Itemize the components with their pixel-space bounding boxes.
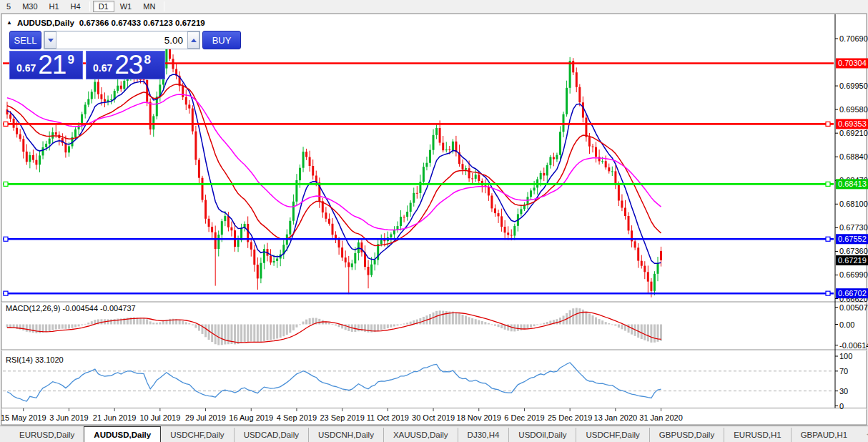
ask-big-digits: 23: [114, 51, 142, 79]
rsi-tick-label: 0: [839, 402, 844, 411]
toolbar-separator: [164, 1, 164, 11]
triangle-up-icon: [191, 39, 197, 42]
date-label: 23 Sep 2019: [320, 413, 364, 422]
timeframe-toolbar: 5M30H1H4D1W1MN: [0, 0, 868, 13]
price-tick-label: 0.70690: [839, 34, 868, 43]
date-label: 30 Oct 2019: [412, 413, 455, 422]
date-label: 29 Jul 2019: [185, 413, 226, 422]
macd-indicator-label: MACD(12,26,9) -0.004544 -0.004737: [6, 304, 136, 313]
chart-tab-gbpusd-daily[interactable]: GBPUSD,Daily: [649, 428, 724, 442]
date-label: 11 Oct 2019: [367, 413, 409, 422]
rsi-indicator-label: RSI(14) 33.1020: [6, 355, 64, 364]
tab-scroll-arrows: ◄ ►: [857, 426, 868, 442]
chart-title: ▲ AUDUSD,Daily 0.67366 0.67433 0.67123 0…: [6, 19, 205, 27]
bid-pip-digit: 9: [67, 53, 74, 67]
one-click-trading-panel: SELL BUY 0.67 21 9 0.67 23 8: [9, 31, 165, 79]
price-tick-label: 0.69210: [839, 129, 868, 137]
rsi-tick-label: 100: [839, 352, 852, 360]
timeframe-button-h4[interactable]: H4: [65, 1, 87, 12]
sell-button[interactable]: SELL: [9, 31, 41, 49]
macd-tick-label: -0.006148: [839, 341, 868, 350]
timeframe-button-w1[interactable]: W1: [114, 1, 138, 12]
price-tick-label: 0.69950: [839, 82, 868, 90]
price-tick-label: 0.68100: [839, 200, 868, 208]
level-handle: [4, 182, 8, 186]
level-handle: [826, 237, 830, 241]
level-handle: [826, 291, 830, 295]
price-badge-label: 0.70304: [838, 59, 867, 67]
price-tick-label: 0.67360: [839, 247, 868, 255]
date-label: 16 Aug 2019: [229, 413, 273, 422]
bid-big-digits: 21: [38, 51, 66, 79]
chart-tab-gbpaud-h1[interactable]: GBPAUD,H1: [791, 428, 857, 442]
price-badge-label: 0.66702: [838, 289, 867, 298]
timeframe-buttons: 5M30H1H4D1W1MN: [1, 1, 167, 12]
chart-tab-usdchf-daily[interactable]: USDCHF,Daily: [161, 428, 233, 442]
chart-tab-usdcnh-daily[interactable]: USDCNH,Daily: [308, 428, 383, 442]
symbol-label: AUDUSD,Daily: [17, 19, 74, 27]
date-label: 13 Jan 2020: [594, 413, 638, 422]
collapse-triangle-icon[interactable]: ▲: [6, 20, 12, 26]
chart-tab-usdchf-daily[interactable]: USDCHF,Daily: [576, 428, 648, 442]
date-label: 31 Jan 2020: [639, 413, 683, 422]
timeframe-button-h1[interactable]: H1: [44, 1, 65, 12]
level-handle: [4, 291, 8, 295]
ask-prefix: 0.67: [93, 62, 112, 74]
date-label: 10 Jul 2019: [139, 413, 180, 422]
level-handle: [4, 122, 8, 126]
mt4-terminal: 0.706900.699500.695800.692100.688400.684…: [0, 0, 868, 442]
ohlc-values: 0.67366 0.67433 0.67123 0.67219: [79, 19, 205, 27]
level-handle: [826, 182, 830, 186]
volume-increase-button[interactable]: [187, 31, 199, 49]
triangle-down-icon: [48, 39, 54, 42]
date-label: 4 Sep 2019: [277, 413, 317, 422]
chart-tab-audusd-daily[interactable]: AUDUSD,Daily: [84, 426, 161, 442]
date-label: 18 Nov 2019: [457, 413, 501, 422]
volume-spinner: [44, 31, 200, 49]
price-badge-label: 0.69353: [838, 119, 867, 128]
date-label: 15 May 2019: [1, 413, 46, 422]
bid-price-box[interactable]: 0.67 21 9: [9, 51, 83, 79]
price-tick-label: 0.66990: [839, 270, 868, 279]
chart-tab-bar: EURUSD,DailyAUDUSD,DailyUSDCHF,DailyUSDC…: [0, 426, 868, 442]
toolbar-separator: [89, 1, 90, 11]
volume-decrease-button[interactable]: [44, 31, 56, 49]
chart-tab-usdoil-daily[interactable]: USDOil,Daily: [508, 428, 576, 442]
tab-scroll-left-icon[interactable]: ◄: [865, 431, 868, 438]
price-badge-label: 0.68413: [838, 180, 867, 188]
ask-pip-digit: 8: [144, 53, 150, 67]
timeframe-button-d1[interactable]: D1: [93, 1, 114, 12]
price-tick-label: 0.68840: [839, 152, 868, 161]
timeframe-button-m30[interactable]: M30: [16, 1, 43, 12]
date-label: 6 Dec 2019: [504, 413, 544, 422]
date-label: 25 Dec 2019: [548, 413, 592, 422]
bid-prefix: 0.67: [16, 62, 36, 74]
ask-price-box[interactable]: 0.67 23 8: [86, 51, 165, 79]
rsi-tick-label: 70: [839, 367, 848, 375]
timeframe-button-5[interactable]: 5: [1, 1, 16, 12]
price-tick-label: 0.67730: [839, 223, 868, 232]
chart-tab-eurusd-daily[interactable]: EURUSD,Daily: [10, 428, 84, 442]
date-label: 21 Jun 2019: [93, 413, 137, 422]
volume-input[interactable]: [56, 31, 187, 49]
date-label: 3 Jun 2019: [49, 413, 88, 422]
macd-tick-label: 0.005076: [839, 303, 868, 312]
timeframe-button-mn[interactable]: MN: [137, 1, 161, 12]
price-badge-label: 0.67552: [838, 235, 867, 243]
level-handle: [826, 122, 830, 126]
chart-tab-eurusd-h1[interactable]: EURUSD,H1: [724, 428, 790, 442]
chart-tab-xauusd-daily[interactable]: XAUUSD,Daily: [383, 428, 458, 442]
price-badge-label: 0.67219: [838, 256, 867, 265]
rsi-tick-label: 30: [839, 387, 848, 396]
price-tick-label: 0.69580: [839, 105, 868, 114]
buy-button[interactable]: BUY: [202, 31, 241, 49]
chart-tabs: EURUSD,DailyAUDUSD,DailyUSDCHF,DailyUSDC…: [10, 426, 857, 442]
chart-tab-usdcad-daily[interactable]: USDCAD,Daily: [234, 428, 308, 442]
chart-tab-dj30-h4[interactable]: DJ30,H4: [458, 428, 509, 442]
macd-tick-label: 0.00: [839, 320, 854, 329]
level-handle: [4, 237, 8, 241]
